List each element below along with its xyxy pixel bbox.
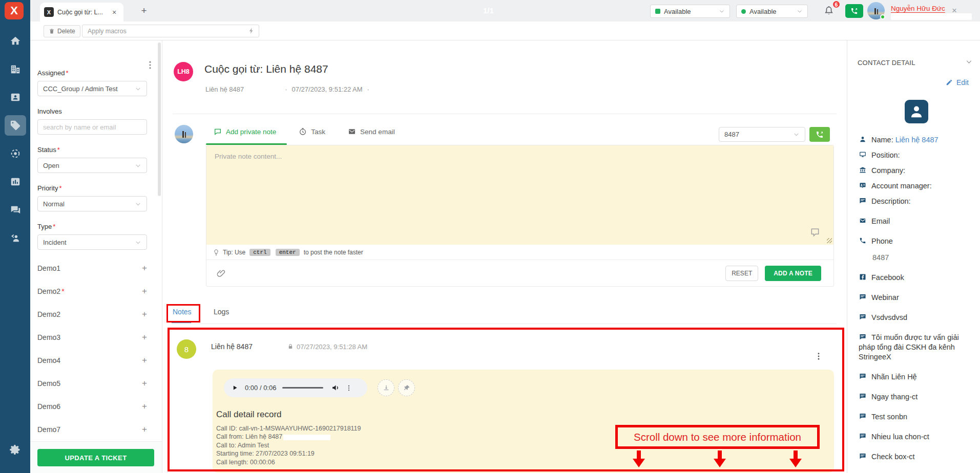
ctrl-key-badge: ctrl [249, 249, 270, 256]
divider [172, 324, 837, 324]
volume-icon[interactable] [331, 383, 340, 392]
sidebar-nav-item[interactable] [5, 200, 26, 220]
tab-notes[interactable]: Notes [173, 308, 192, 316]
sidebar-nav-item[interactable] [5, 171, 26, 192]
sidebar-settings-item[interactable] [4, 439, 26, 460]
download-recording-button[interactable] [378, 379, 394, 396]
play-icon[interactable] [232, 384, 238, 391]
type-label: Type* [37, 223, 147, 230]
ticket-subtitle: Liên hệ 8487 · 07/27/2023, 9:51:22 AM · [205, 85, 369, 93]
panel-scrollbar[interactable] [158, 42, 161, 196]
add-note-button[interactable]: ADD A NOTE [765, 266, 821, 281]
callout-number-select[interactable]: 8487 [719, 127, 805, 142]
contact-field-row: Phone 8487 [859, 236, 974, 263]
call-status-select[interactable]: Available [736, 5, 808, 18]
page-indicator: 1/1 [483, 6, 494, 15]
sidebar-nav-item[interactable] [5, 115, 26, 136]
resize-handle[interactable] [827, 238, 832, 243]
chat-square-icon [859, 313, 867, 320]
notes-tab-underline [172, 321, 191, 323]
close-icon[interactable]: × [952, 6, 957, 16]
note-kebab-menu[interactable] [814, 351, 823, 362]
note-author-avatar: 8 [177, 339, 196, 359]
redacted-area [891, 13, 972, 20]
expand-field-button[interactable]: + [142, 424, 147, 435]
enter-key-badge: enter [276, 249, 300, 256]
composer-actions: RESET ADD A NOTE [206, 260, 833, 286]
chevron-down-icon [797, 8, 803, 14]
contact-field-row: Name:Liên hệ 8487 [859, 135, 974, 145]
contact-field-row: Nhãn Liên Hệ [859, 372, 974, 382]
sidebar-nav-item[interactable] [5, 87, 26, 107]
update-ticket-button[interactable]: UPDATE A TICKET [37, 449, 154, 466]
target-icon [10, 148, 21, 159]
private-note-textarea[interactable] [206, 145, 833, 245]
active-tab[interactable]: X Cuộc gọi từ: L... × [40, 3, 123, 22]
app-sidebar: X [0, 0, 30, 473]
chat-square-icon [859, 333, 867, 340]
type-select[interactable]: Incident [37, 234, 147, 250]
expand-field-button[interactable]: + [142, 309, 147, 319]
expand-field-button[interactable]: + [142, 263, 147, 273]
expand-field-button[interactable]: + [142, 401, 147, 412]
contact-field-row: Description: [859, 197, 974, 206]
custom-field-row: Demo3 * + [37, 332, 147, 342]
composer-tab[interactable]: Add private note [214, 127, 276, 136]
user-name[interactable]: Nguyễn Hữu Đức [891, 5, 945, 12]
softphone-button[interactable] [845, 4, 863, 18]
contact-field-row: Nhieu lua chon-ct [859, 432, 974, 442]
apply-macros-input[interactable] [82, 25, 259, 37]
assigned-select[interactable]: CCC_Group / Admin Test [37, 81, 147, 96]
expand-field-button[interactable]: + [142, 355, 147, 365]
sidebar-nav [0, 31, 30, 248]
tab-close-icon[interactable]: × [112, 8, 116, 16]
composer-tab[interactable]: Task [299, 127, 325, 136]
annotation-scroll-hint: Scroll down to see more information [615, 425, 820, 449]
composer-tab[interactable]: Send email [348, 127, 395, 136]
call-detail-line: Call length: 00:00:06 [216, 458, 361, 466]
new-tab-button[interactable]: + [138, 5, 150, 17]
chat-square-icon [859, 293, 867, 300]
expand-field-button[interactable]: + [142, 378, 147, 389]
call-detail-line: Call from: Liên hệ 8487 [216, 433, 361, 441]
assigned-label: Assigned* [37, 69, 147, 77]
audio-progress-bar[interactable] [282, 387, 323, 389]
agent-status-label: Available [664, 8, 691, 15]
involves-label: Involves [37, 107, 147, 115]
tab-logs[interactable]: Logs [214, 308, 229, 316]
paperclip-icon[interactable] [217, 269, 226, 278]
settings-gear-icon [9, 444, 21, 456]
company-icon [859, 166, 867, 174]
audio-kebab-menu[interactable] [345, 383, 352, 393]
chat-square-icon [859, 433, 867, 440]
lightning-icon [248, 27, 255, 34]
make-call-button[interactable] [809, 127, 830, 142]
note-author-name: Liên hệ 8487 [211, 342, 253, 351]
involves-input[interactable] [43, 123, 141, 131]
contact-avatar [905, 100, 928, 123]
call-detail-line: Starting time: 27/07/2023 09:51:19 [216, 449, 361, 458]
sidebar-nav-item[interactable] [5, 59, 26, 79]
note-editor [206, 145, 833, 245]
sidebar-nav-item[interactable] [5, 143, 26, 164]
chevron-down-icon [135, 201, 141, 207]
chevron-down-icon[interactable] [965, 58, 973, 66]
status-select[interactable]: Open [37, 158, 147, 173]
contact-field-row: Webinar [859, 293, 974, 303]
annotation-down-arrow [714, 450, 726, 468]
contact-field-row: Account manager: [859, 181, 974, 191]
edit-contact-button[interactable]: Edit [946, 78, 969, 87]
pin-note-button[interactable] [398, 379, 415, 396]
sidebar-nav-item[interactable] [5, 228, 26, 248]
contact-detail-panel: CONTACT DETAIL Edit Name:Liên hệ 8487 Po… [847, 40, 980, 473]
expand-field-button[interactable]: + [142, 286, 147, 296]
chat-bubble-icon[interactable] [810, 227, 820, 238]
download-icon [383, 384, 390, 392]
sidebar-nav-item[interactable] [5, 31, 26, 51]
agent-status-select[interactable]: Available [650, 5, 730, 18]
delete-button[interactable]: Delete [44, 25, 80, 37]
reset-button[interactable]: RESET [725, 266, 758, 281]
expand-field-button[interactable]: + [142, 332, 147, 342]
panel-kebab-menu[interactable] [145, 60, 155, 70]
priority-select[interactable]: Normal [37, 196, 147, 211]
